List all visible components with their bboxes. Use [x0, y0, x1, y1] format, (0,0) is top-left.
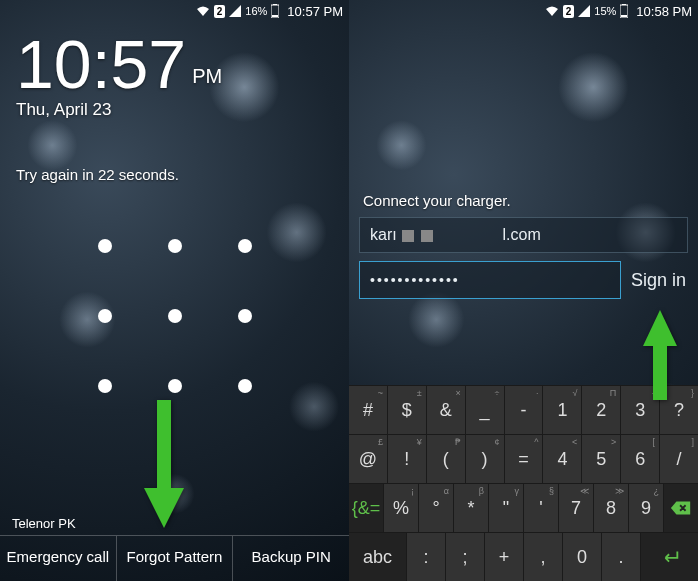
clock: 10:57 PM Thu, April 23 — [0, 22, 349, 120]
kb-enter[interactable] — [641, 533, 698, 581]
svg-rect-4 — [622, 4, 626, 5]
kb-row-1: ~#±$×&÷_·-√1Π2{3}? — [349, 385, 698, 434]
email-prefix: karı — [370, 226, 397, 243]
kb-key[interactable]: ]/ — [660, 435, 698, 483]
kb-key[interactable]: Π2 — [582, 386, 621, 434]
kb-abc[interactable]: abc — [349, 533, 407, 581]
kb-key[interactable]: [6 — [621, 435, 660, 483]
kb-row-3: {&=¡%α°β*γ"§'≪7≫8¿9 — [349, 483, 698, 532]
pattern-dot[interactable] — [168, 239, 182, 253]
kb-key[interactable]: <4 — [543, 435, 582, 483]
kb-key[interactable]: : — [407, 533, 446, 581]
kb-key[interactable]: ₱( — [427, 435, 466, 483]
kb-key[interactable]: ≫8 — [594, 484, 629, 532]
backup-pin-button[interactable]: Backup PIN — [233, 536, 349, 581]
kb-key[interactable]: ¿9 — [629, 484, 664, 532]
kb-key[interactable]: β* — [454, 484, 489, 532]
kb-key[interactable]: α° — [419, 484, 454, 532]
wifi-icon — [196, 5, 210, 17]
kb-key[interactable]: ÷_ — [466, 386, 505, 434]
signal-icon — [578, 5, 590, 17]
kb-key[interactable]: ¢) — [466, 435, 505, 483]
battery-icon — [271, 4, 279, 18]
battery-percent: 16% — [245, 5, 267, 17]
wifi-icon — [545, 5, 559, 17]
kb-key[interactable]: ~# — [349, 386, 388, 434]
battery-percent: 15% — [594, 5, 616, 17]
kb-key[interactable]: §' — [524, 484, 559, 532]
signin-button[interactable]: Sign in — [629, 264, 688, 297]
pattern-dot[interactable] — [238, 379, 252, 393]
password-field[interactable]: ••••••••••••• — [359, 261, 621, 299]
censored-icon — [421, 230, 433, 242]
pattern-dot[interactable] — [168, 379, 182, 393]
clock-time: 10:57 — [16, 30, 186, 98]
svg-rect-2 — [272, 15, 278, 17]
pattern-dot[interactable] — [168, 309, 182, 323]
status-bar: 2 15% 10:58 PM — [349, 0, 698, 22]
email-field[interactable]: karı l.com — [359, 217, 688, 253]
kb-key[interactable]: ≪7 — [559, 484, 594, 532]
svg-rect-5 — [621, 15, 627, 17]
kb-key[interactable]: . — [602, 533, 641, 581]
svg-rect-1 — [273, 4, 277, 5]
email-suffix: l.com — [502, 226, 540, 243]
forgot-pattern-button[interactable]: Forgot Pattern — [117, 536, 234, 581]
bottom-bar: Telenor PK Emergency call Forgot Pattern… — [0, 512, 349, 581]
kb-row-2: £@¥!₱(¢)^=<4>5[6]/ — [349, 434, 698, 483]
kb-key[interactable]: 0 — [563, 533, 602, 581]
kb-key[interactable]: ±$ — [388, 386, 427, 434]
kb-key[interactable]: {&= — [349, 484, 384, 532]
sim-badge: 2 — [563, 5, 575, 18]
status-bar: 2 16% 10:57 PM — [0, 0, 349, 22]
kb-row-4: abc:;+,0. — [349, 532, 698, 581]
kb-key[interactable]: ¡% — [384, 484, 419, 532]
kb-backspace[interactable] — [664, 484, 698, 532]
charger-message: Connect your charger. — [349, 22, 698, 217]
sim-badge: 2 — [214, 5, 226, 18]
kb-key[interactable]: ^= — [505, 435, 544, 483]
pattern-dot[interactable] — [98, 239, 112, 253]
kb-key[interactable]: + — [485, 533, 524, 581]
kb-key[interactable]: ·- — [505, 386, 544, 434]
kb-key[interactable]: £@ — [349, 435, 388, 483]
try-again-message: Try again in 22 seconds. — [0, 120, 349, 183]
clock-ampm: PM — [192, 65, 222, 88]
status-time: 10:57 PM — [287, 4, 343, 19]
lockscreen-left: 2 16% 10:57 PM 10:57 PM Thu, April 23 Tr… — [0, 0, 349, 581]
kb-key[interactable]: {3 — [621, 386, 660, 434]
kb-key[interactable]: , — [524, 533, 563, 581]
kb-key[interactable]: ; — [446, 533, 485, 581]
kb-key[interactable]: >5 — [582, 435, 621, 483]
kb-key[interactable]: }? — [660, 386, 698, 434]
pattern-dot[interactable] — [98, 309, 112, 323]
kb-key[interactable]: γ" — [489, 484, 524, 532]
status-time: 10:58 PM — [636, 4, 692, 19]
keyboard: ~#±$×&÷_·-√1Π2{3}? £@¥!₱(¢)^=<4>5[6]/ {&… — [349, 385, 698, 581]
clock-date: Thu, April 23 — [16, 100, 333, 120]
kb-key[interactable]: ¥! — [388, 435, 427, 483]
carrier-label: Telenor PK — [0, 512, 349, 535]
pattern-grid[interactable] — [70, 211, 280, 421]
pattern-dot[interactable] — [238, 239, 252, 253]
censored-icon — [402, 230, 414, 242]
kb-key[interactable]: √1 — [543, 386, 582, 434]
lockscreen-right: 2 15% 10:58 PM Connect your charger. kar… — [349, 0, 698, 581]
pattern-dot[interactable] — [238, 309, 252, 323]
signal-icon — [229, 5, 241, 17]
kb-key[interactable]: ×& — [427, 386, 466, 434]
emergency-call-button[interactable]: Emergency call — [0, 536, 117, 581]
battery-icon — [620, 4, 628, 18]
pattern-dot[interactable] — [98, 379, 112, 393]
